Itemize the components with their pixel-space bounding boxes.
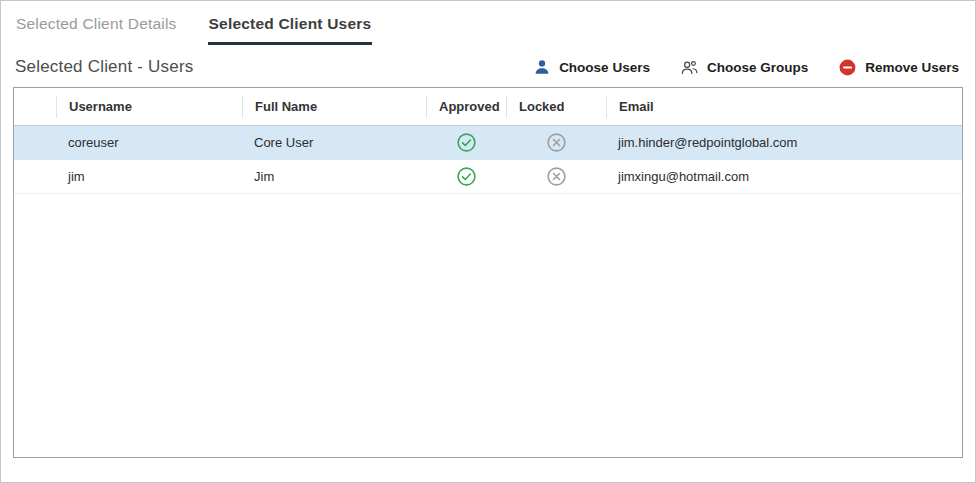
- table-row[interactable]: coreuserCore Userjim.hinder@redpointglob…: [14, 126, 962, 160]
- username-cell: jim: [56, 169, 242, 184]
- tab-selected-client-details[interactable]: Selected Client Details: [15, 11, 178, 45]
- column-header-full-name[interactable]: Full Name: [242, 96, 426, 118]
- locked-x-icon: [506, 132, 606, 153]
- email-cell: jimxingu@hotmail.com: [606, 169, 962, 184]
- full-name-cell: Core User: [242, 135, 426, 150]
- page-title: Selected Client - Users: [15, 57, 193, 77]
- locked-x-icon: [506, 166, 606, 187]
- choose-users-label: Choose Users: [559, 60, 650, 75]
- tab-selected-client-users[interactable]: Selected Client Users: [208, 11, 373, 45]
- remove-icon: [838, 58, 857, 77]
- choose-groups-button[interactable]: Choose Groups: [680, 58, 808, 77]
- group-icon: [680, 58, 699, 77]
- column-header-approved[interactable]: Approved: [426, 96, 506, 118]
- remove-users-button[interactable]: Remove Users: [838, 58, 959, 77]
- selector-column-header: [14, 96, 56, 118]
- section-header: Selected Client - Users Choose Users: [1, 45, 975, 87]
- choose-groups-label: Choose Groups: [707, 60, 808, 75]
- email-cell: jim.hinder@redpointglobal.com: [606, 135, 962, 150]
- column-header-email[interactable]: Email: [606, 96, 962, 118]
- tab-bar: Selected Client Details Selected Client …: [1, 1, 975, 45]
- approved-check-icon: [426, 132, 506, 153]
- username-cell: coreuser: [56, 135, 242, 150]
- table-row[interactable]: jimJimjimxingu@hotmail.com: [14, 160, 962, 194]
- users-table: Username Full Name Approved Locked Email…: [13, 87, 963, 458]
- approved-check-icon: [426, 166, 506, 187]
- client-users-page: Selected Client Details Selected Client …: [0, 0, 976, 483]
- table-header-row: Username Full Name Approved Locked Email: [14, 88, 962, 126]
- remove-users-label: Remove Users: [865, 60, 959, 75]
- full-name-cell: Jim: [242, 169, 426, 184]
- column-header-locked[interactable]: Locked: [506, 96, 606, 118]
- table-body: coreuserCore Userjim.hinder@redpointglob…: [14, 126, 962, 194]
- user-icon: [533, 58, 551, 76]
- toolbar: Choose Users Choose Groups: [533, 58, 959, 77]
- choose-users-button[interactable]: Choose Users: [533, 58, 650, 76]
- column-header-username[interactable]: Username: [56, 96, 242, 118]
